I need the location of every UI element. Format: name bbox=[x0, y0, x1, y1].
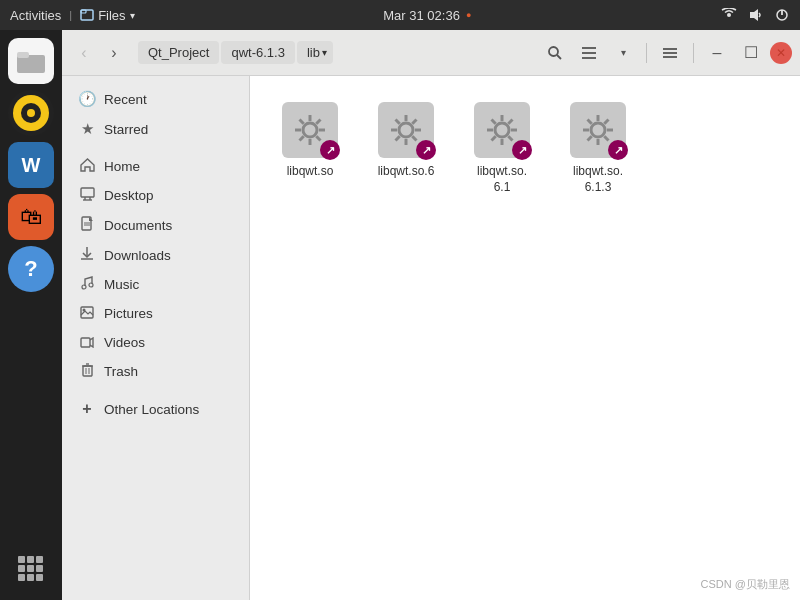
back-button[interactable]: ‹ bbox=[70, 39, 98, 67]
symlink-badge-1: ↗ bbox=[416, 140, 436, 160]
sidebar-item-home[interactable]: Home bbox=[66, 152, 245, 181]
svg-marker-3 bbox=[750, 9, 758, 21]
svg-line-52 bbox=[300, 120, 304, 124]
sidebar-item-pictures[interactable]: Pictures bbox=[66, 299, 245, 328]
svg-rect-11 bbox=[18, 556, 25, 563]
svg-line-62 bbox=[412, 136, 416, 140]
toolbar-divider-2 bbox=[693, 43, 694, 63]
svg-line-61 bbox=[396, 120, 400, 124]
file-item-2[interactable]: ↗ libqwt.so.6.1 bbox=[462, 96, 542, 201]
activities-button[interactable]: Activities bbox=[10, 8, 61, 23]
breadcrumb-lib[interactable]: lib ▾ bbox=[297, 41, 333, 64]
svg-line-70 bbox=[492, 120, 496, 124]
file-manager-window: ‹ › Qt_Project qwt-6.1.3 lib ▾ bbox=[62, 30, 800, 600]
svg-rect-18 bbox=[27, 574, 34, 581]
view-dropdown-button[interactable]: ▾ bbox=[608, 38, 638, 68]
breadcrumb-qwt[interactable]: qwt-6.1.3 bbox=[221, 41, 294, 64]
file-icon-wrapper-3: ↗ bbox=[570, 102, 626, 158]
svg-point-47 bbox=[303, 123, 317, 137]
svg-line-55 bbox=[300, 136, 304, 140]
sidebar-item-home-label: Home bbox=[104, 159, 140, 174]
music-svg-icon bbox=[81, 276, 94, 290]
dock-item-libreoffice[interactable]: W bbox=[8, 142, 54, 188]
sidebar-item-documents-label: Documents bbox=[104, 218, 172, 233]
sidebar-item-downloads-label: Downloads bbox=[104, 248, 171, 263]
recent-icon: 🕐 bbox=[78, 90, 96, 108]
svg-point-65 bbox=[495, 123, 509, 137]
file-label-1: libqwt.so.6 bbox=[378, 164, 435, 180]
nav-buttons: ‹ › bbox=[70, 39, 128, 67]
breadcrumb-qtproject[interactable]: Qt_Project bbox=[138, 41, 219, 64]
watermark: CSDN @贝勒里恩 bbox=[701, 577, 790, 592]
file-item-3[interactable]: ↗ libqwt.so.6.1.3 bbox=[558, 96, 638, 201]
file-icon-wrapper-0: ↗ bbox=[282, 102, 338, 158]
downloads-svg-icon bbox=[80, 246, 94, 261]
sidebar-item-desktop[interactable]: Desktop bbox=[66, 181, 245, 210]
dock-item-help[interactable]: ? bbox=[8, 246, 54, 292]
file-icon-wrapper-2: ↗ bbox=[474, 102, 530, 158]
symlink-badge-2: ↗ bbox=[512, 140, 532, 160]
toolbar-actions: ▾ – ☐ ✕ bbox=[540, 38, 792, 68]
datetime-area: Mar 31 02:36 ● bbox=[383, 8, 471, 23]
sidebar-item-pictures-label: Pictures bbox=[104, 306, 153, 321]
menu-button[interactable] bbox=[655, 38, 685, 68]
forward-button[interactable]: › bbox=[100, 39, 128, 67]
svg-point-10 bbox=[27, 109, 35, 117]
svg-rect-13 bbox=[36, 556, 43, 563]
svg-line-71 bbox=[508, 136, 512, 140]
svg-line-80 bbox=[604, 136, 608, 140]
sidebar-item-videos-label: Videos bbox=[104, 335, 145, 350]
svg-line-53 bbox=[316, 136, 320, 140]
view-list-button[interactable] bbox=[574, 38, 604, 68]
hamburger-icon bbox=[662, 46, 678, 60]
desktop-svg-icon bbox=[80, 187, 95, 201]
svg-line-73 bbox=[492, 136, 496, 140]
sidebar-item-other-locations[interactable]: + Other Locations bbox=[66, 394, 245, 424]
file-icon-wrapper-1: ↗ bbox=[378, 102, 434, 158]
sidebar-item-trash[interactable]: Trash bbox=[66, 357, 245, 386]
pictures-svg-icon bbox=[80, 306, 94, 319]
dock-item-grid[interactable] bbox=[8, 546, 54, 592]
other-locations-icon: + bbox=[78, 400, 96, 418]
file-item-1[interactable]: ↗ libqwt.so.6 bbox=[366, 96, 446, 201]
files-menu[interactable]: Files ▾ bbox=[80, 8, 134, 23]
sidebar-item-recent[interactable]: 🕐 Recent bbox=[66, 84, 245, 114]
search-icon bbox=[547, 45, 563, 61]
main-content: 🕐 Recent ★ Starred Home Desktop bbox=[62, 76, 800, 600]
svg-point-20 bbox=[549, 47, 558, 56]
trash-svg-icon bbox=[81, 363, 94, 377]
downloads-icon bbox=[78, 246, 96, 264]
svg-rect-28 bbox=[81, 188, 94, 197]
videos-svg-icon bbox=[80, 337, 94, 348]
svg-point-74 bbox=[591, 123, 605, 137]
svg-rect-15 bbox=[27, 565, 34, 572]
svg-line-54 bbox=[316, 120, 320, 124]
search-button[interactable] bbox=[540, 38, 570, 68]
file-item-0[interactable]: ↗ libqwt.so bbox=[270, 96, 350, 201]
maximize-button[interactable]: ☐ bbox=[736, 38, 766, 68]
dock-item-software[interactable]: 🛍 bbox=[8, 194, 54, 240]
dock-item-files[interactable] bbox=[8, 38, 54, 84]
dock-item-music[interactable] bbox=[8, 90, 54, 136]
sidebar-item-music-label: Music bbox=[104, 277, 139, 292]
top-bar: Activities | Files ▾ Mar 31 02:36 ● bbox=[0, 0, 800, 30]
list-view-icon bbox=[581, 46, 597, 60]
breadcrumb-dropdown-arrow: ▾ bbox=[322, 47, 327, 58]
close-button[interactable]: ✕ bbox=[770, 42, 792, 64]
trash-icon bbox=[78, 363, 96, 380]
minimize-button[interactable]: – bbox=[702, 38, 732, 68]
sidebar-item-documents[interactable]: Documents bbox=[66, 210, 245, 240]
sidebar-item-downloads[interactable]: Downloads bbox=[66, 240, 245, 270]
svg-rect-42 bbox=[83, 366, 92, 376]
sidebar-item-videos[interactable]: Videos bbox=[66, 328, 245, 357]
svg-rect-16 bbox=[36, 565, 43, 572]
software-icon: 🛍 bbox=[20, 204, 42, 230]
sidebar-item-music[interactable]: Music bbox=[66, 270, 245, 299]
svg-rect-19 bbox=[36, 574, 43, 581]
breadcrumb-bar: Qt_Project qwt-6.1.3 lib ▾ bbox=[138, 41, 333, 64]
svg-rect-7 bbox=[17, 52, 29, 58]
svg-line-21 bbox=[557, 55, 561, 59]
sidebar-item-starred[interactable]: ★ Starred bbox=[66, 114, 245, 144]
sidebar-item-trash-label: Trash bbox=[104, 364, 138, 379]
sidebar-item-other-locations-label: Other Locations bbox=[104, 402, 199, 417]
